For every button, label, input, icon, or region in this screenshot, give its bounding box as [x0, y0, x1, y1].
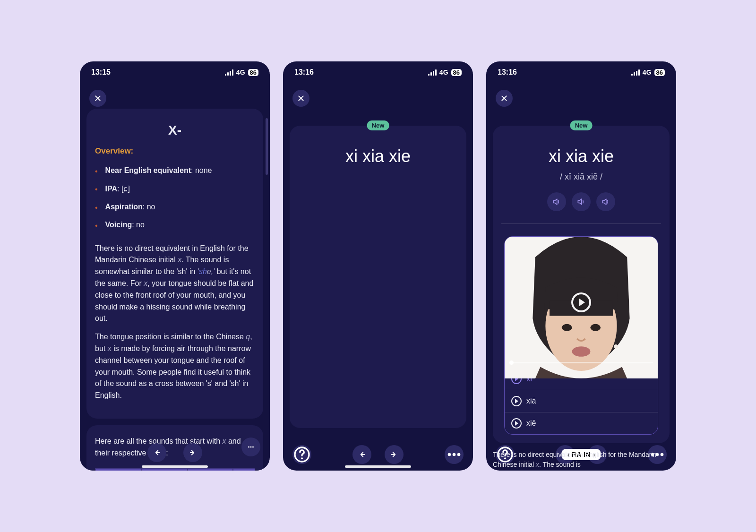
more-button[interactable] — [445, 445, 464, 464]
svg-point-5 — [448, 453, 451, 456]
bullet-voicing: Voicing: no — [95, 217, 255, 235]
home-indicator[interactable] — [345, 465, 411, 468]
signal-icon — [225, 69, 233, 76]
play-icon — [571, 292, 591, 312]
audio-button-3[interactable] — [596, 192, 615, 211]
prev-button[interactable] — [147, 443, 166, 462]
col-o-finals: O~Finals — [141, 468, 188, 471]
battery-badge: 86 — [451, 69, 462, 76]
close-button[interactable] — [89, 90, 106, 107]
col-i-finals: I~Finals — [233, 468, 255, 471]
arrow-right-icon — [189, 448, 197, 457]
finals-table-wrap[interactable]: A~Finals O~Finals E~Finals I~Finals U 🔊x… — [95, 468, 255, 471]
status-right: 4G 86 — [225, 69, 258, 76]
ipa-transcription: / xī xiā xiē / — [501, 172, 661, 182]
signal-icon — [428, 69, 437, 76]
signal-icon — [631, 69, 640, 76]
svg-point-6 — [453, 453, 456, 456]
audio-buttons — [501, 192, 661, 211]
col-e-finals: E~Finals — [188, 468, 233, 471]
sound-item-xia[interactable]: xiā — [505, 390, 658, 412]
new-badge: New — [367, 120, 389, 130]
scrollbar-thumb[interactable] — [266, 118, 268, 175]
arrow-right-icon — [390, 450, 398, 459]
network-label: 4G — [236, 69, 245, 76]
overview-card: X- Overview: Near English equivalent: no… — [86, 109, 263, 419]
overview-heading: Overview: — [95, 146, 255, 156]
audio-button-1[interactable] — [547, 192, 566, 211]
svg-point-2 — [252, 446, 254, 448]
svg-point-1 — [250, 446, 252, 448]
audio-button-2[interactable] — [572, 192, 591, 211]
svg-point-13 — [572, 346, 591, 357]
svg-point-11 — [562, 324, 572, 331]
new-badge: New — [570, 120, 593, 130]
arrow-left-icon — [153, 448, 161, 457]
video-box: xī xiā xiē — [504, 236, 658, 435]
svg-point-12 — [590, 324, 601, 331]
svg-point-14 — [614, 344, 618, 349]
more-icon — [445, 445, 464, 464]
status-bar: 13:16 4G 86 — [486, 61, 676, 83]
svg-point-7 — [457, 453, 461, 456]
next-button[interactable] — [183, 443, 202, 462]
battery-badge: 86 — [248, 69, 258, 76]
close-button[interactable] — [292, 90, 309, 107]
description-para-2: The tongue position is similar to the Ch… — [95, 331, 255, 402]
status-right: 4G 86 — [631, 69, 665, 76]
play-icon — [511, 396, 522, 406]
sound-item-xie[interactable]: xiē — [505, 412, 658, 434]
close-icon — [297, 94, 305, 102]
divider — [501, 223, 661, 224]
close-icon — [94, 94, 102, 102]
svg-point-0 — [248, 446, 249, 448]
phone-screen-2: 13:16 4G 86 New xi xia xie — [283, 61, 473, 471]
finals-table: A~Finals O~Finals E~Finals I~Finals U 🔊x… — [95, 468, 255, 471]
page-title: X- — [95, 123, 255, 138]
arrow-left-icon — [358, 450, 366, 459]
prev-button[interactable] — [352, 445, 371, 464]
phone-screen-1: 13:15 4G 86 X- Overview: Near English eq… — [80, 61, 270, 471]
more-button[interactable] — [241, 438, 260, 456]
status-time: 13:16 — [294, 68, 314, 77]
video-thumbnail[interactable] — [505, 237, 658, 368]
flashcard-front[interactable]: New xi xia xie — [290, 126, 466, 428]
flashcard-headline: xi xia xie — [501, 146, 661, 166]
video-progress[interactable] — [509, 362, 653, 363]
nav-arrows — [147, 443, 202, 462]
flashcard-headline: xi xia xie — [298, 146, 458, 166]
status-time: 13:16 — [498, 68, 517, 77]
speaker-icon — [576, 197, 586, 206]
bullet-near-equiv: Near English equivalent: none — [95, 163, 255, 180]
status-bar: 13:16 4G 86 — [283, 61, 473, 83]
description-para-1: There is no direct equivalent in English… — [95, 243, 255, 325]
status-right: 4G 86 — [428, 69, 462, 76]
nav-arrows — [352, 445, 404, 464]
svg-point-4 — [301, 457, 303, 459]
network-label: 4G — [439, 69, 448, 76]
battery-badge: 86 — [654, 69, 665, 76]
scroll-area[interactable]: X- Overview: Near English equivalent: no… — [80, 83, 270, 471]
close-icon — [500, 94, 508, 102]
more-icon — [247, 443, 255, 451]
bullet-ipa: IPA: [ɕ] — [95, 180, 255, 198]
overview-bullets: Near English equivalent: none IPA: [ɕ] A… — [95, 163, 255, 235]
speaker-icon — [601, 197, 610, 206]
status-time: 13:15 — [91, 68, 111, 77]
next-button[interactable] — [385, 445, 404, 464]
home-indicator[interactable] — [142, 465, 208, 468]
play-icon — [511, 418, 522, 429]
bottom-bar — [283, 445, 473, 464]
peek-text: There is no direct equivalent in English… — [493, 450, 670, 470]
speaker-icon — [552, 197, 561, 206]
table-header-row: A~Finals O~Finals E~Finals I~Finals U — [95, 468, 255, 471]
status-bar: 13:15 4G 86 — [80, 61, 270, 83]
bullet-aspiration: Aspiration: no — [95, 199, 255, 217]
network-label: 4G — [643, 69, 652, 76]
flashcard-back: New xi xia xie / xī xiā xiē / — [493, 126, 670, 443]
phone-screen-3: 13:16 4G 86 New xi xia xie / xī xiā xiē … — [486, 61, 676, 471]
help-icon — [292, 445, 311, 464]
col-a-finals: A~Finals — [95, 468, 141, 471]
close-button[interactable] — [496, 90, 513, 107]
help-button[interactable] — [292, 445, 311, 464]
